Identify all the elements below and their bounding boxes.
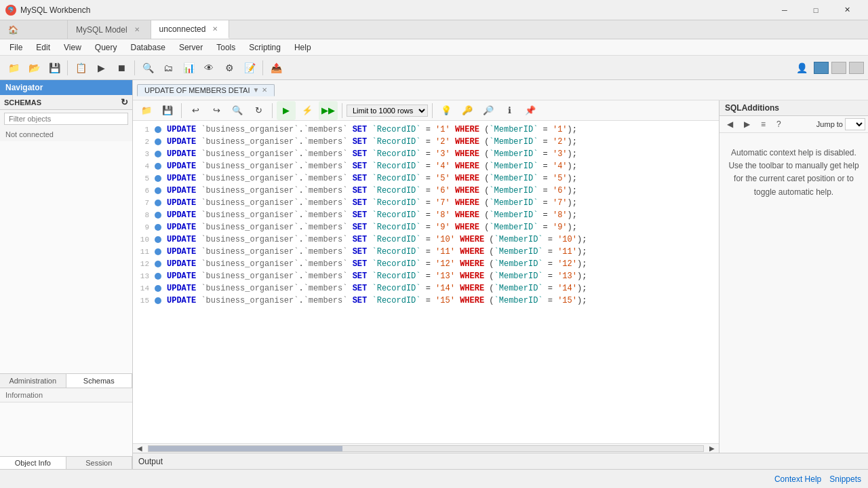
line-dot-4 xyxy=(155,163,161,170)
toolbar-sep-3 xyxy=(262,60,263,75)
toolbar-sep-1 xyxy=(67,60,68,75)
table-btn[interactable]: 📊 xyxy=(179,58,198,77)
menu-database[interactable]: Database xyxy=(124,41,172,54)
code-search-btn[interactable]: 🔍 xyxy=(228,101,247,120)
query-tab-close-x[interactable]: ✕ xyxy=(262,86,267,94)
menu-file[interactable]: File xyxy=(3,41,29,54)
obj-info-tab-object-info[interactable]: Object Info xyxy=(0,457,66,469)
sidebar-tab-administration[interactable]: Administration xyxy=(0,374,66,388)
tab-mysql-model-close[interactable]: ✕ xyxy=(132,24,142,35)
code-line-10: 10UPDATE `business_organiser`.`members` … xyxy=(133,233,719,246)
scrollbar-track[interactable] xyxy=(148,445,704,452)
menu-query[interactable]: Query xyxy=(88,41,124,54)
code-zoom-btn[interactable]: 🔎 xyxy=(479,101,498,120)
limit-dropdown[interactable]: Limit to 1000 rows Don't Limit Limit to … xyxy=(347,105,428,117)
code-line-6: 6UPDATE `business_organiser`.`members` S… xyxy=(133,185,719,197)
sidebar-tab-schemas[interactable]: Schemas xyxy=(66,374,133,388)
maximize-button[interactable]: □ xyxy=(800,0,831,20)
menu-edit[interactable]: Edit xyxy=(29,41,57,54)
code-undo-btn[interactable]: ↩ xyxy=(186,101,205,120)
scroll-right-btn[interactable]: ▶ xyxy=(705,443,719,453)
query-tab-close[interactable]: ▼ xyxy=(252,86,259,94)
scrollbar-thumb xyxy=(149,446,342,451)
code-snippet-btn[interactable]: 📌 xyxy=(521,101,540,120)
query-tab-update[interactable]: UPDATE OF MEMBERS DETAI ▼ ✕ xyxy=(137,84,275,96)
code-content-9: UPDATE `business_organiser`.`members` SE… xyxy=(167,223,577,232)
line-number-10: 10 xyxy=(136,236,155,244)
close-button[interactable]: ✕ xyxy=(831,0,863,20)
sql-nav-next-btn[interactable]: ▶ xyxy=(739,117,755,131)
code-toolbar-sep2 xyxy=(272,103,273,118)
code-info-btn[interactable]: ℹ xyxy=(500,101,519,120)
code-context-btn[interactable]: 💡 xyxy=(437,101,456,120)
inspect-btn[interactable]: 🔍 xyxy=(138,58,157,77)
code-beautify-btn[interactable]: 🔑 xyxy=(458,101,477,120)
footer: Context Help Snippets xyxy=(0,469,868,488)
snippets-btn[interactable]: Snippets xyxy=(829,474,861,484)
line-dot-3 xyxy=(155,151,161,157)
proc-btn[interactable]: ⚙ xyxy=(220,58,239,77)
view-mode-1[interactable] xyxy=(814,62,829,74)
jump-to-select[interactable] xyxy=(845,118,865,130)
code-line-12: 12UPDATE `business_organiser`.`members` … xyxy=(133,258,719,270)
context-help-text: Automatic context help is disabled. Use … xyxy=(719,133,868,453)
func-btn[interactable]: 📝 xyxy=(240,58,259,77)
code-open-btn[interactable]: 📁 xyxy=(137,101,156,120)
scroll-left-btn[interactable]: ◀ xyxy=(133,443,146,453)
menu-help[interactable]: Help xyxy=(288,41,318,54)
sql-nav-list-btn[interactable]: ≡ xyxy=(756,117,770,131)
line-dot-10 xyxy=(155,236,161,243)
schema-btn[interactable]: 🗂 xyxy=(159,58,178,77)
save-btn[interactable]: 💾 xyxy=(45,58,64,77)
tab-mysql-model[interactable]: MySQL Model ✕ xyxy=(68,20,151,39)
sql-nav-help-btn[interactable]: ? xyxy=(772,117,786,131)
code-editor[interactable]: 1UPDATE `business_organiser`.`members` S… xyxy=(133,121,719,443)
view-mode-2[interactable] xyxy=(831,62,846,74)
line-dot-5 xyxy=(155,175,161,182)
menu-tools[interactable]: Tools xyxy=(210,41,242,54)
tab-unconnected-close[interactable]: ✕ xyxy=(210,24,220,34)
navigator-label: Navigator xyxy=(5,83,43,92)
code-exec-sel-btn[interactable]: ⚡ xyxy=(298,101,317,120)
code-save-btn[interactable]: 💾 xyxy=(158,101,177,120)
obj-info-tab-session[interactable]: Session xyxy=(66,457,133,469)
menu-server[interactable]: Server xyxy=(172,41,210,54)
editor-main: UPDATE OF MEMBERS DETAI ▼ ✕ 📁 💾 ↩ ↪ xyxy=(133,80,868,469)
tab-unconnected[interactable]: unconnected ✕ xyxy=(151,20,230,39)
view-mode-3[interactable] xyxy=(849,62,864,74)
line-number-12: 12 xyxy=(136,260,155,268)
line-dot-9 xyxy=(155,224,161,231)
line-number-8: 8 xyxy=(136,211,155,219)
minimize-button[interactable]: ─ xyxy=(769,0,800,20)
menu-scripting[interactable]: Scripting xyxy=(242,41,288,54)
sidebar-bottom-tabs: Administration Schemas xyxy=(0,373,132,388)
code-line-4: 4UPDATE `business_organiser`.`members` S… xyxy=(133,160,719,172)
export-btn[interactable]: 📤 xyxy=(267,58,285,77)
code-toolbar: 📁 💾 ↩ ↪ 🔍 ↻ ▶ ⚡ ▶▶ Limit to 1000 ro xyxy=(133,100,719,121)
new-connection-btn[interactable]: 📁 xyxy=(4,58,23,77)
stop-btn[interactable]: ⏹ xyxy=(112,58,131,77)
code-line-15: 15UPDATE `business_organiser`.`members` … xyxy=(133,295,719,307)
view-btn-t[interactable]: 👁 xyxy=(199,58,218,77)
schemas-section-header: SCHEMAS ↻ xyxy=(0,95,132,110)
code-content-15: UPDATE `business_organiser`.`members` SE… xyxy=(167,296,587,305)
sidebar-header: Navigator xyxy=(0,80,132,95)
object-info-area xyxy=(0,141,132,373)
context-help-btn[interactable]: Context Help xyxy=(774,474,821,484)
menu-view[interactable]: View xyxy=(57,41,88,54)
code-redo-btn[interactable]: ↪ xyxy=(207,101,226,120)
run-btn[interactable]: ▶ xyxy=(92,58,111,77)
open-btn[interactable]: 📂 xyxy=(24,58,43,77)
search-input[interactable] xyxy=(4,113,128,125)
schemas-refresh-icon[interactable]: ↻ xyxy=(121,97,128,107)
line-number-3: 3 xyxy=(136,150,155,158)
code-execute-btn[interactable]: ▶ xyxy=(277,101,296,120)
tab-home[interactable]: 🏠 xyxy=(0,20,68,39)
menu-bar: File Edit View Query Database Server Too… xyxy=(0,39,868,56)
code-exec-cursor-btn[interactable]: ▶▶ xyxy=(319,101,338,120)
horizontal-scrollbar[interactable]: ◀ ▶ xyxy=(133,443,719,453)
sql-additions-header: SQLAdditions xyxy=(719,100,868,116)
sql-nav-prev-btn[interactable]: ◀ xyxy=(722,117,738,131)
new-query-btn[interactable]: 📋 xyxy=(71,58,90,77)
code-refresh-btn[interactable]: ↻ xyxy=(249,101,268,120)
